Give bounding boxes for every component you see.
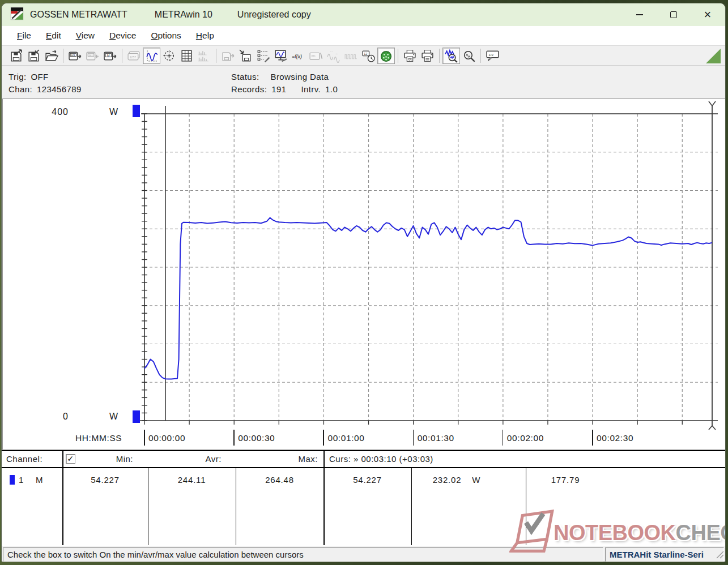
cursor-2-bottom-handle[interactable] <box>709 426 716 430</box>
cursor-2-top-handle[interactable] <box>709 101 716 106</box>
cursor2-number: 232.02 <box>433 475 462 485</box>
y-axis-unit-top: W <box>109 107 118 117</box>
numeric-display-icon: 1257 <box>125 48 143 64</box>
value-delta: 177.79 <box>526 475 605 485</box>
y-axis-unit-bottom: W <box>109 412 118 422</box>
export-data-icon <box>219 48 237 64</box>
meter-display-icon: 321 <box>307 48 325 64</box>
send-to-device-icon[interactable]: 321 <box>66 48 84 64</box>
menu-help[interactable]: Help <box>189 28 222 43</box>
time-sync-icon[interactable]: 12 <box>360 48 377 64</box>
maximize-button[interactable] <box>665 6 682 23</box>
channel-marker-top <box>133 105 140 117</box>
status-label: Status: <box>231 72 259 82</box>
between-cursors-checkbox[interactable]: ✓ <box>66 454 75 464</box>
toolbar: 321321M1257=f(x)321121/2 <box>2 45 725 66</box>
chan-label: Chan: <box>8 84 32 94</box>
x-tick-mark <box>233 430 235 446</box>
x-axis-name: HH:MM:SS <box>75 433 122 443</box>
toolbar-separator <box>480 49 481 63</box>
y-axis-max-label: 400 <box>52 107 69 117</box>
timer-icon[interactable] <box>377 48 395 64</box>
interval-label: Intrv. <box>301 84 321 94</box>
header-max: Max: <box>245 454 318 464</box>
minimize-button[interactable] <box>631 6 648 23</box>
x-tick-label: 00:01:30 <box>418 433 454 443</box>
x-tick-label: 00:01:00 <box>327 433 364 443</box>
menu-view[interactable]: View <box>69 28 102 43</box>
x-tick-label: 00:02:00 <box>507 433 544 443</box>
trig-label: Trig: <box>8 72 26 82</box>
svg-text:1/2: 1/2 <box>488 52 493 56</box>
channel-setup-icon[interactable] <box>254 48 272 64</box>
title-app-name: METRAwin 10 <box>155 10 212 20</box>
device-memory-icon[interactable]: M <box>101 48 119 64</box>
formula-icon[interactable]: =f(x) <box>290 48 307 64</box>
menu-file[interactable]: File <box>10 28 39 43</box>
trig-value: OFF <box>31 72 48 82</box>
table-divider <box>62 451 63 545</box>
window-controls: × <box>631 3 716 26</box>
value-min: 54.227 <box>62 475 148 485</box>
menu-options[interactable]: Options <box>143 28 188 43</box>
watermark-text: NOTEBOOKCHECK <box>554 521 726 545</box>
chan-value: 123456789 <box>37 84 82 94</box>
value-avr: 244.11 <box>148 475 236 485</box>
header-min: Min: <box>75 454 133 464</box>
menubar: FileEditViewDeviceOptionsHelp <box>2 26 725 45</box>
status-panel-left: Trig: OFF Chan: 123456789 <box>8 70 82 95</box>
title-brand: GOSSEN METRAWATT <box>30 10 127 20</box>
data-table-icon[interactable] <box>178 48 195 64</box>
save-as-icon[interactable] <box>7 48 25 64</box>
records-value: 191 <box>271 84 286 94</box>
xy-scope-icon[interactable] <box>160 48 178 64</box>
x-tick-mark <box>413 430 414 446</box>
notebookcheck-watermark: NOTEBOOKCHECK <box>509 511 720 559</box>
watermark-text-red: NOTEBOOK <box>554 521 676 545</box>
import-data-icon[interactable] <box>237 48 254 64</box>
open-file-icon[interactable] <box>42 48 60 64</box>
x-tick-label: 00:00:00 <box>148 433 185 443</box>
toolbar-separator <box>216 49 216 63</box>
channel-mode: M <box>36 475 43 485</box>
svg-text:M: M <box>107 53 110 57</box>
toolbar-separator <box>398 49 398 63</box>
print-icon[interactable] <box>419 48 436 64</box>
histogram-icon <box>195 48 213 64</box>
chart-panel: 400 W 0 W HH:MM:SS 00:00:0000:00:3000:01… <box>2 99 726 450</box>
power-chart <box>3 99 725 450</box>
x-tick-mark <box>144 430 145 446</box>
curve-chart-icon[interactable] <box>143 48 160 64</box>
toolbar-separator <box>439 49 440 63</box>
menu-device[interactable]: Device <box>102 28 143 43</box>
sine-wave-icon <box>325 48 342 64</box>
save-icon[interactable] <box>25 48 42 64</box>
zoom-curve-icon[interactable] <box>442 48 460 64</box>
status-panel-middle: Status: Browsing Data Records: 191 Intrv… <box>231 70 338 95</box>
minimize-icon <box>636 14 643 15</box>
channel-marker-bottom <box>133 410 140 423</box>
titlebar: GOSSEN METRAWATT METRAwin 10 Unregistere… <box>2 3 725 26</box>
x-tick-label: 00:00:30 <box>238 433 275 443</box>
zoom-out-icon[interactable] <box>460 48 478 64</box>
annotation-icon[interactable]: 1/2 <box>484 48 501 64</box>
power-series-line <box>144 218 712 379</box>
title-license-note: Unregistered copy <box>237 10 311 20</box>
channel-1-marker <box>10 475 15 485</box>
close-button[interactable]: × <box>699 6 716 23</box>
header-channel: Channel: <box>6 454 42 464</box>
value-cursor2: 232.02 W <box>411 475 502 485</box>
table-divider <box>323 451 325 545</box>
y-axis-min-label: 0 <box>63 412 69 422</box>
menu-edit[interactable]: Edit <box>39 28 69 43</box>
header-avr: Avr: <box>160 454 222 464</box>
value-cursor1: 54.227 <box>323 475 411 485</box>
live-monitor-icon[interactable] <box>272 48 290 64</box>
svg-text:12: 12 <box>364 52 367 55</box>
print-preview-icon[interactable] <box>401 48 419 64</box>
app-window: GOSSEN METRAWATT METRAwin 10 Unregistere… <box>1 3 726 562</box>
toolbar-corner-triangle <box>706 49 721 63</box>
cursor2-unit: W <box>472 475 480 485</box>
maximize-icon <box>670 11 677 18</box>
value-max: 264.48 <box>236 475 323 485</box>
